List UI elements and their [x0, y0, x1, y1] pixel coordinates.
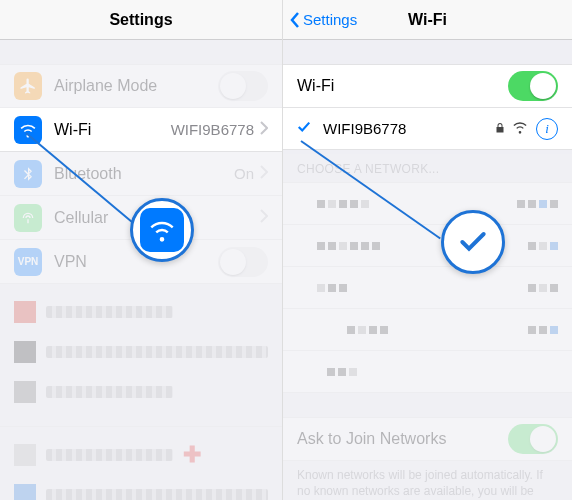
vpn-toggle[interactable]: [218, 247, 268, 277]
signal-icon: [512, 119, 528, 139]
ask-to-join-footnote: Known networks will be joined automatica…: [283, 461, 572, 500]
lock-icon: [494, 120, 506, 138]
wifi-header: Settings Wi-Fi: [283, 0, 572, 40]
list-item[interactable]: [0, 475, 282, 500]
wifi-toggle[interactable]: [508, 71, 558, 101]
chevron-right-icon: [260, 165, 268, 183]
wifi-switch-label: Wi-Fi: [297, 77, 508, 95]
chevron-right-icon: [260, 209, 268, 227]
list-item[interactable]: [0, 292, 282, 332]
cellular-icon: [14, 204, 42, 232]
vpn-icon: VPN: [14, 248, 42, 276]
ask-to-join-toggle[interactable]: [508, 424, 558, 454]
info-icon[interactable]: i: [536, 118, 558, 140]
wifi-switch-row[interactable]: Wi-Fi: [283, 64, 572, 108]
vpn-label: VPN: [54, 253, 218, 271]
network-row[interactable]: [283, 351, 572, 393]
wifi-value: WIFI9B6778: [171, 121, 254, 138]
list-item[interactable]: [0, 372, 282, 412]
checkmark-icon: [297, 120, 315, 138]
plus-icon: ✚: [183, 442, 201, 468]
wifi-screen-title: Wi-Fi: [408, 11, 447, 29]
wifi-screen: Settings Wi-Fi Wi-Fi WIFI9B6778 i CHOOSE…: [283, 0, 572, 500]
checkmark-callout: [441, 210, 505, 274]
bluetooth-value: On: [234, 165, 254, 182]
settings-screen: Settings Airplane Mode Wi-Fi WIFI9B6778 …: [0, 0, 283, 500]
back-button[interactable]: Settings: [289, 11, 357, 29]
settings-header: Settings: [0, 0, 282, 40]
connected-network-row[interactable]: WIFI9B6778 i: [283, 108, 572, 150]
ask-to-join-row[interactable]: Ask to Join Networks: [283, 417, 572, 461]
wifi-icon: [14, 116, 42, 144]
network-row[interactable]: [283, 309, 572, 351]
chevron-right-icon: [260, 121, 268, 139]
ask-to-join-label: Ask to Join Networks: [297, 430, 508, 448]
settings-title: Settings: [109, 11, 172, 29]
bluetooth-row[interactable]: Bluetooth On: [0, 152, 282, 196]
wifi-label: Wi-Fi: [54, 121, 171, 139]
airplane-mode-row[interactable]: Airplane Mode: [0, 64, 282, 108]
connected-ssid: WIFI9B6778: [323, 120, 488, 137]
choose-network-header: CHOOSE A NETWORK...: [283, 150, 572, 182]
wifi-icon-callout: [130, 198, 194, 262]
bluetooth-icon: [14, 160, 42, 188]
back-label: Settings: [303, 11, 357, 28]
airplane-label: Airplane Mode: [54, 77, 218, 95]
list-item[interactable]: [0, 332, 282, 372]
network-row[interactable]: [283, 183, 572, 225]
airplane-toggle[interactable]: [218, 71, 268, 101]
list-item[interactable]: ✚: [0, 435, 282, 475]
network-row[interactable]: [283, 267, 572, 309]
airplane-icon: [14, 72, 42, 100]
